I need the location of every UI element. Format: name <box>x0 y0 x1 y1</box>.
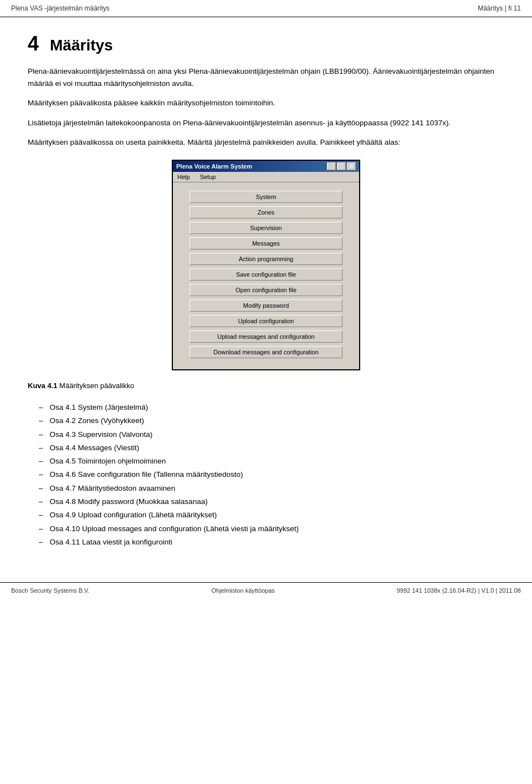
paragraph-1: Plena-äänievakuointijärjestelmässä on ai… <box>28 65 504 89</box>
btn-upload-config[interactable]: Upload configuration <box>190 315 342 327</box>
header-right: Määritys | fi 11 <box>478 4 521 12</box>
chapter-heading: 4 Määritys <box>28 34 504 54</box>
list-item: Osa 4.5 Toimintojen ohjelmoiminen <box>28 455 504 468</box>
list-item: Osa 4.2 Zones (Vyöhykkeet) <box>28 414 504 427</box>
figure-label: Kuva 4.1 <box>28 381 57 390</box>
btn-upload-messages[interactable]: Upload messages and configuration <box>190 330 342 343</box>
list-item: Osa 4.1 System (Järjestelmä) <box>28 401 504 414</box>
btn-supervision[interactable]: Supervision <box>190 222 342 234</box>
win-dialog: Plena Voice Alarm System _ □ ✕ Help Setu… <box>172 160 360 370</box>
menu-setup[interactable]: Setup <box>198 173 218 181</box>
btn-open-config[interactable]: Open configuration file <box>190 284 342 296</box>
list-item: Osa 4.9 Upload configuration (Lähetä mää… <box>28 508 504 522</box>
menu-help[interactable]: Help <box>175 173 192 181</box>
win-titlebar: Plena Voice Alarm System _ □ ✕ <box>173 161 359 172</box>
win-title: Plena Voice Alarm System <box>176 163 252 170</box>
footer-left: Bosch Security Systems B.V. <box>11 587 89 594</box>
btn-zones[interactable]: Zones <box>190 206 342 218</box>
footer-right: 9992 141 1038x (2.16.04-R2) | V1.0 | 201… <box>397 587 521 594</box>
list-item: Osa 4.8 Modify password (Muokkaa salasan… <box>28 495 504 508</box>
page-footer: Bosch Security Systems B.V. Ohjelmiston … <box>0 582 532 598</box>
minimize-button[interactable]: _ <box>327 162 336 170</box>
list-item: Osa 4.11 Lataa viestit ja konfigurointi <box>28 536 504 549</box>
close-button[interactable]: ✕ <box>347 162 356 170</box>
btn-action-programming[interactable]: Action programming <box>190 253 342 265</box>
btn-system[interactable]: System <box>190 191 342 203</box>
list-item: Osa 4.3 Supervision (Valvonta) <box>28 428 504 441</box>
maximize-button[interactable]: □ <box>337 162 346 170</box>
page-content: 4 Määritys Plena-äänievakuointijärjestel… <box>0 17 532 566</box>
chapter-number: 4 <box>28 34 39 54</box>
list-item: Osa 4.7 Määritystiedoston avaaminen <box>28 482 504 495</box>
chapter-title: Määritys <box>50 37 113 54</box>
btn-save-config[interactable]: Save configuration file <box>190 268 342 281</box>
win-titlebar-controls: _ □ ✕ <box>327 162 356 170</box>
btn-modify-password[interactable]: Modify password <box>190 299 342 312</box>
win-body: System Zones Supervision Messages Action… <box>173 182 359 369</box>
page-header: Plena VAS -järjestelmän määritys Määrity… <box>0 0 532 17</box>
section-list: Osa 4.1 System (Järjestelmä) Osa 4.2 Zon… <box>28 401 504 549</box>
win-menubar: Help Setup <box>173 172 359 182</box>
header-left: Plena VAS -järjestelmän määritys <box>11 4 110 12</box>
list-item: Osa 4.10 Upload messages and configurati… <box>28 522 504 536</box>
paragraph-4: Määrityksen päävalikossa on useita paini… <box>28 136 504 149</box>
figure-caption: Kuva 4.1 Määrityksen päävalikko <box>28 381 504 390</box>
list-item: Osa 4.6 Save configuration file (Tallenn… <box>28 468 504 481</box>
footer-center: Ohjelmiston käyttöopas <box>212 587 275 594</box>
btn-download-messages[interactable]: Download messages and configuration <box>190 346 342 358</box>
list-item: Osa 4.4 Messages (Viestit) <box>28 441 504 455</box>
btn-messages[interactable]: Messages <box>190 237 342 250</box>
paragraph-3: Lisätietoja järjestelmän laitekokoonpano… <box>28 117 504 129</box>
paragraph-2: Määrityksen päävalikosta pääsee kaikkiin… <box>28 97 504 109</box>
